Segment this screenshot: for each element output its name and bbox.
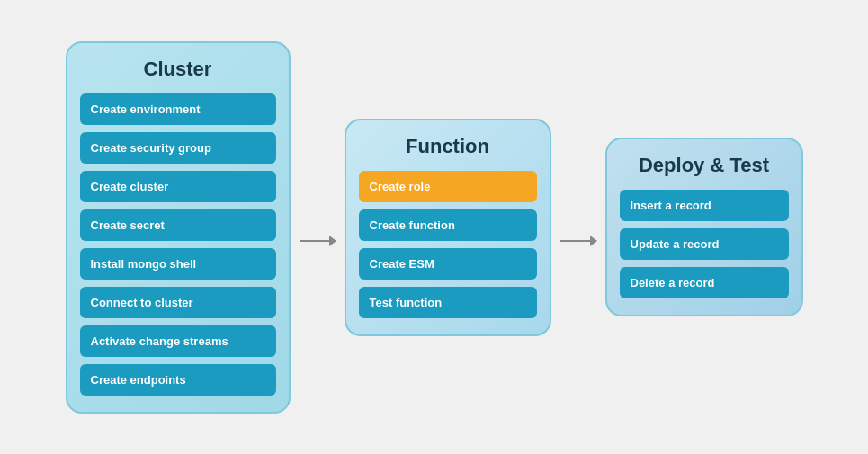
function-item-btn[interactable]: Create function [359,209,537,241]
function-items: Create roleCreate functionCreate ESMTest… [359,171,537,318]
deploy-item-btn[interactable]: Delete a record [620,267,789,298]
deploy-items: Insert a recordUpdate a recordDelete a r… [620,190,789,298]
deploy-column: Deploy & Test Insert a recordUpdate a re… [605,138,803,316]
function-column: Function Create roleCreate functionCreat… [345,119,551,336]
arrow-line-2 [560,240,596,242]
deploy-panel: Deploy & Test Insert a recordUpdate a re… [605,138,803,316]
deploy-title: Deploy & Test [620,154,789,177]
arrow-line-1 [300,240,336,242]
cluster-items: Create environmentCreate security groupC… [80,93,276,396]
function-item-btn[interactable]: Create ESM [359,248,537,280]
cluster-item-btn[interactable]: Create secret [80,209,276,241]
deploy-item-btn[interactable]: Insert a record [620,190,789,221]
cluster-item-btn[interactable]: Create cluster [80,171,276,202]
cluster-panel: Cluster Create environmentCreate securit… [66,41,291,414]
cluster-item-btn[interactable]: Create environment [80,93,276,125]
function-panel: Function Create roleCreate functionCreat… [345,119,551,336]
cluster-item-btn[interactable]: Create security group [80,132,276,164]
arrow-function-to-deploy [551,240,605,242]
cluster-item-btn[interactable]: Activate change streams [80,325,276,357]
cluster-item-btn[interactable]: Install mongo shell [80,248,276,280]
function-item-btn[interactable]: Create role [359,171,537,202]
cluster-column: Cluster Create environmentCreate securit… [66,41,291,414]
function-title: Function [359,135,537,158]
diagram-container: Cluster Create environmentCreate securit… [48,23,821,432]
function-item-btn[interactable]: Test function [359,287,537,318]
deploy-item-btn[interactable]: Update a record [620,228,789,260]
cluster-item-btn[interactable]: Connect to cluster [80,287,276,318]
arrow-cluster-to-function [291,240,345,242]
cluster-title: Cluster [80,58,276,81]
cluster-item-btn[interactable]: Create endpoints [80,364,276,396]
